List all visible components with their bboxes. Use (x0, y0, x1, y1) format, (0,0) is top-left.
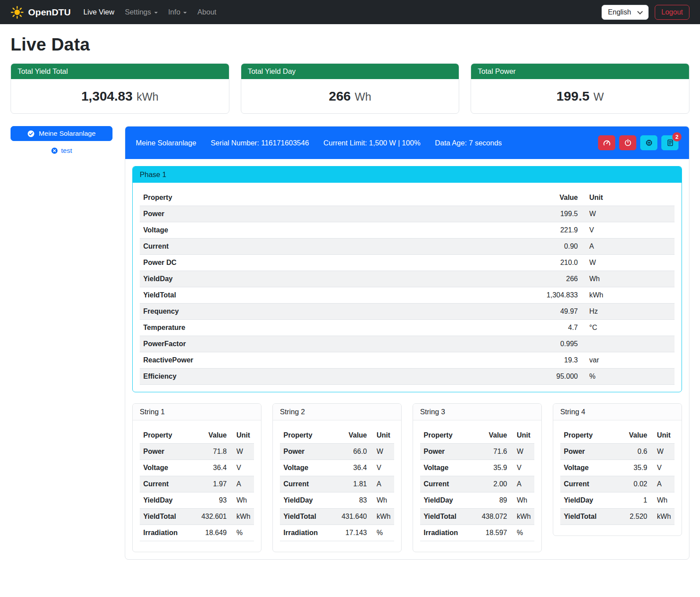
property-value: 2.520 (616, 509, 651, 525)
inverter-card-body: Phase 1 Property Value Unit Power199.5WV… (125, 159, 689, 559)
table-row: Frequency49.97Hz (140, 304, 675, 320)
string-1-card: String 1 Property Value Unit (132, 403, 261, 552)
strings-row: String 1 Property Value Unit (132, 403, 682, 552)
property-unit: A (651, 476, 675, 492)
property-unit: Wh (581, 271, 675, 287)
string-3-table: Property Value Unit Power71.6WVoltage35.… (420, 427, 534, 541)
property-unit: V (651, 460, 675, 476)
top-navbar: OpenDTU Live View Settings Info About En… (0, 0, 700, 24)
language-select[interactable]: English (602, 5, 649, 20)
property-value: 1 (616, 492, 651, 509)
property-unit: °C (581, 320, 675, 336)
property-name: Current (280, 476, 330, 492)
property-name: Current (420, 476, 471, 492)
property-unit: W (651, 444, 675, 460)
card-body: 1,304.83 kWh (11, 79, 229, 113)
limit-settings-button[interactable] (598, 135, 615, 150)
inverter-card: Meine Solaranlage Serial Number: 1161716… (125, 126, 689, 560)
property-value: 431.640 (330, 509, 370, 525)
table-header-row: Property Value Unit (140, 190, 675, 206)
inverter-item-test-label: test (61, 147, 72, 155)
nav-live-view[interactable]: Live View (79, 4, 119, 20)
string-table-head: Property Value Unit (420, 427, 534, 444)
property-unit: W (511, 444, 534, 460)
inverter-card-header: Meine Solaranlage Serial Number: 1161716… (125, 127, 689, 159)
property-name: Irradiation (420, 525, 471, 541)
property-name: PowerFactor (140, 336, 524, 352)
property-unit: W (581, 206, 675, 222)
property-name: Power (280, 444, 330, 460)
property-value: 2.00 (471, 476, 511, 492)
property-unit: kWh (581, 287, 675, 304)
table-row: Current1.97A (140, 476, 254, 492)
property-name: Current (140, 476, 190, 492)
table-row: Voltage35.9V (420, 460, 534, 476)
card-header: Total Yield Day (241, 64, 459, 79)
card-header: Total Yield Total (11, 64, 229, 79)
string-1-table: Property Value Unit Power71.8WVoltage36.… (140, 427, 254, 541)
card-total-power: Total Power 199.5 W (471, 63, 689, 114)
inverter-item-test[interactable]: test (11, 147, 112, 155)
property-value: 89 (471, 492, 511, 509)
property-unit (581, 336, 675, 352)
col-property: Property (140, 427, 190, 444)
property-value: 0.995 (524, 336, 581, 352)
property-unit: A (581, 239, 675, 255)
property-unit: A (511, 476, 534, 492)
table-row: Efficiency95.000% (140, 369, 675, 385)
table-row: Irradiation18.649% (140, 525, 254, 541)
property-name: Frequency (140, 304, 524, 320)
property-unit: W (230, 444, 254, 460)
string-3-card: String 3 Property Value Unit (413, 403, 542, 552)
journal-text-icon (666, 139, 674, 147)
language-selected-value: English (608, 8, 631, 16)
table-row: YieldDay89Wh (420, 492, 534, 509)
property-value: 1.97 (190, 476, 230, 492)
inverter-select-button[interactable]: Meine Solaranlage (11, 126, 112, 141)
card-total-yield-total: Total Yield Total 1,304.83 kWh (11, 63, 229, 114)
nav-settings[interactable]: Settings (120, 4, 163, 20)
event-log-button[interactable]: 2 (661, 135, 678, 150)
col-value: Value (524, 190, 581, 206)
col-value: Value (471, 427, 511, 444)
page-title: Live Data (11, 35, 689, 54)
col-value: Value (616, 427, 651, 444)
table-row: Voltage221.9V (140, 222, 675, 239)
string-2-table-body: Power66.0WVoltage36.4VCurrent1.81AYieldD… (280, 444, 394, 541)
property-name: Power (560, 444, 616, 460)
property-value: 19.3 (524, 352, 581, 369)
table-row: Voltage36.4V (280, 460, 394, 476)
string-3-table-body: Power71.6WVoltage35.9VCurrent2.00AYieldD… (420, 444, 534, 541)
nav-info[interactable]: Info (163, 4, 192, 20)
property-unit: kWh (370, 509, 394, 525)
table-row: Irradiation18.597% (420, 525, 534, 541)
brand[interactable]: OpenDTU (11, 6, 71, 19)
property-unit: kWh (651, 509, 675, 525)
logout-button[interactable]: Logout (655, 5, 689, 20)
col-unit: Unit (581, 190, 675, 206)
property-value: 95.000 (524, 369, 581, 385)
nav-links: Live View Settings Info About (79, 4, 221, 20)
property-name: YieldDay (140, 271, 524, 287)
col-property: Property (420, 427, 471, 444)
table-row: Power71.6W (420, 444, 534, 460)
col-property: Property (280, 427, 330, 444)
col-value: Value (190, 427, 230, 444)
property-unit: kWh (230, 509, 254, 525)
power-button[interactable] (619, 135, 636, 150)
table-row: Power DC210.0W (140, 255, 675, 271)
property-name: Irradiation (280, 525, 330, 541)
table-row: Voltage35.9V (560, 460, 675, 476)
property-value: 49.97 (524, 304, 581, 320)
table-row: YieldDay1Wh (560, 492, 675, 509)
table-header-row: Property Value Unit (140, 427, 254, 444)
device-info-button[interactable] (640, 135, 657, 150)
card-body: 199.5 W (471, 79, 689, 113)
string-1-title: String 1 (133, 404, 261, 420)
table-row: Current0.90A (140, 239, 675, 255)
col-property: Property (560, 427, 616, 444)
property-unit: Wh (511, 492, 534, 509)
table-row: YieldTotal2.520kWh (560, 509, 675, 525)
nav-about[interactable]: About (192, 4, 221, 20)
total-yield-day-unit: Wh (355, 90, 371, 103)
